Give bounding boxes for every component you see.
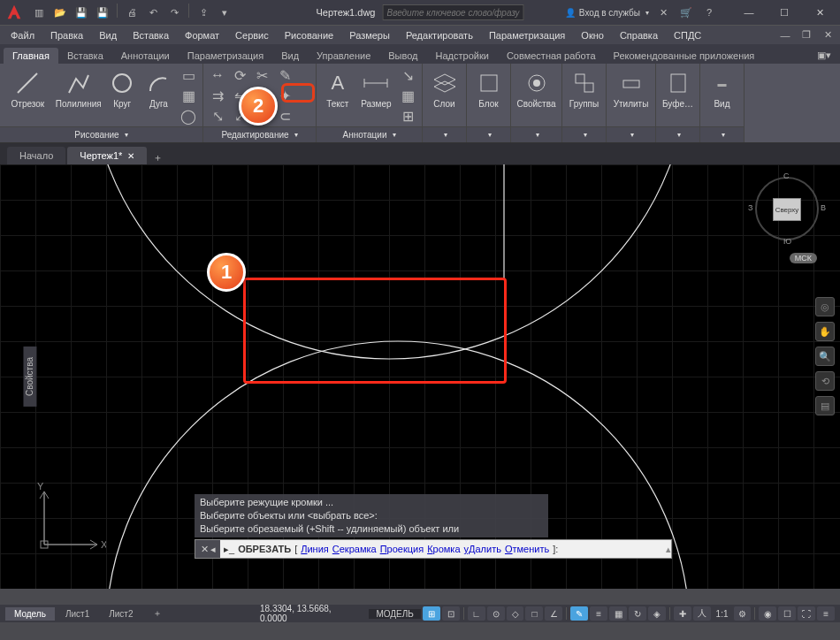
keyword-search-input[interactable]: [382, 4, 523, 20]
dyn-input-toggle[interactable]: ✎: [570, 606, 588, 621]
clean-screen[interactable]: ⛶: [798, 606, 815, 621]
trim-icon[interactable]: ✂: [251, 65, 272, 85]
nav-orbit-icon[interactable]: ⟲: [815, 371, 835, 391]
menu-draw[interactable]: Рисование: [278, 28, 340, 42]
model-space-indicator[interactable]: МОДЕЛЬ: [369, 609, 420, 619]
move-icon[interactable]: ↔: [207, 65, 228, 85]
leader-icon[interactable]: ↘: [397, 65, 418, 85]
utilities-button[interactable]: Утилиты: [610, 65, 652, 112]
close-button[interactable]: ✕: [803, 2, 836, 23]
menu-help[interactable]: Справка: [613, 28, 665, 42]
cmd-opt-erase[interactable]: уДалить: [464, 544, 501, 554]
tab-addins[interactable]: Надстройки: [427, 48, 498, 64]
menu-format[interactable]: Формат: [178, 28, 226, 42]
isolate-objects[interactable]: ☐: [778, 606, 796, 621]
stretch-icon[interactable]: ⤡: [207, 106, 228, 126]
viewcube-s[interactable]: Ю: [783, 237, 791, 246]
viewcube-n[interactable]: С: [783, 171, 790, 180]
panel-layers-label[interactable]: ▾: [423, 126, 466, 142]
cmd-opt-proj[interactable]: Проекция: [380, 544, 424, 554]
tab-drawing1[interactable]: Чертеж1*✕: [67, 147, 147, 164]
layout-add[interactable]: ＋: [144, 606, 171, 621]
menu-modify[interactable]: Редактировать: [399, 28, 480, 42]
tab-home[interactable]: Главная: [4, 48, 58, 64]
tab-start[interactable]: Начало: [7, 147, 65, 164]
tab-collab[interactable]: Совместная работа: [498, 48, 605, 64]
layout-sheet1[interactable]: Лист1: [57, 607, 98, 621]
ortho-toggle[interactable]: ∟: [468, 606, 485, 621]
saveas-icon[interactable]: 💾: [94, 4, 111, 21]
nav-wheel-icon[interactable]: ◎: [815, 297, 835, 316]
panel-block-label[interactable]: ▾: [467, 126, 510, 142]
annotation-monitor[interactable]: ✚: [674, 606, 691, 621]
cmd-caret-icon[interactable]: ▴: [666, 544, 671, 555]
menu-insert[interactable]: Вставка: [126, 28, 176, 42]
panel-annotation-label[interactable]: Аннотации▾: [317, 126, 422, 142]
login-button[interactable]: 👤 Вход в службы ▾: [565, 8, 649, 18]
layout-model[interactable]: Модель: [5, 607, 55, 621]
annotation-scale[interactable]: 人: [693, 606, 711, 621]
tab-parametric[interactable]: Параметризация: [179, 48, 272, 64]
grid-toggle[interactable]: ⊞: [423, 606, 440, 621]
tab-insert[interactable]: Вставка: [58, 48, 112, 64]
polyline-button[interactable]: Полилиния: [54, 65, 103, 112]
clipboard-button[interactable]: Буфе…: [660, 65, 696, 112]
tab-annotate[interactable]: Аннотации: [112, 48, 179, 64]
annot-more-icon[interactable]: ⊞: [397, 106, 418, 126]
panel-view-label[interactable]: ▾: [700, 126, 744, 142]
cmd-opt-undo[interactable]: Отменить: [505, 544, 549, 554]
3dosnap-toggle[interactable]: ◈: [648, 606, 666, 621]
menu-dims[interactable]: Размеры: [342, 28, 397, 42]
wcs-badge[interactable]: МСК: [790, 253, 817, 263]
cmd-handle[interactable]: ✕◂: [195, 540, 220, 558]
tab-output[interactable]: Вывод: [379, 48, 426, 64]
share-icon[interactable]: ⇪: [195, 4, 212, 21]
new-icon[interactable]: ▥: [30, 4, 48, 21]
menu-tools[interactable]: Сервис: [228, 28, 276, 42]
tab-view[interactable]: Вид: [272, 48, 308, 64]
basket-icon[interactable]: 🛒: [677, 4, 695, 21]
lineweight-toggle[interactable]: ≡: [590, 606, 607, 621]
polar-toggle[interactable]: ⊙: [487, 606, 505, 621]
viewcube-w[interactable]: З: [748, 203, 752, 212]
plot-icon[interactable]: 🖨: [123, 4, 141, 21]
otrack-toggle[interactable]: ∠: [545, 606, 562, 621]
ribbon-search-icon[interactable]: ▣▾: [815, 46, 833, 64]
transparency-toggle[interactable]: ▦: [609, 606, 627, 621]
ellipse-icon[interactable]: ◯: [178, 106, 199, 126]
viewcube-e[interactable]: В: [821, 203, 826, 212]
undo-icon[interactable]: ↶: [144, 4, 162, 21]
panel-utilities-label[interactable]: ▾: [607, 126, 655, 142]
osnap-toggle[interactable]: □: [525, 606, 543, 621]
open-icon[interactable]: 📂: [51, 4, 69, 21]
tab-featured[interactable]: Рекомендованные приложения: [605, 48, 764, 64]
menu-file[interactable]: Файл: [4, 28, 42, 42]
viewcube[interactable]: Сверху С Ю В З: [752, 173, 822, 244]
rectangle-icon[interactable]: ▭: [178, 65, 199, 85]
mdi-minimize-icon[interactable]: —: [776, 27, 794, 44]
redo-icon[interactable]: ↷: [165, 4, 183, 21]
circle-button[interactable]: Круг: [105, 65, 140, 112]
properties-palette-tab[interactable]: Свойства: [23, 347, 36, 407]
panel-properties-label[interactable]: ▾: [511, 126, 561, 142]
cmd-opt-edge[interactable]: Кромка: [427, 544, 460, 554]
save-icon[interactable]: 💾: [73, 4, 90, 21]
erase-icon[interactable]: ✎: [274, 65, 295, 85]
close-icon[interactable]: ✕: [127, 151, 134, 161]
mdi-restore-icon[interactable]: ❐: [798, 27, 815, 44]
workspace-switch[interactable]: ⚙: [734, 606, 752, 621]
menu-edit[interactable]: Правка: [43, 28, 90, 42]
nav-showmotion-icon[interactable]: ▤: [815, 396, 835, 415]
dim-button[interactable]: Размер: [357, 65, 395, 112]
cmd-opt-fence[interactable]: Секрамка: [332, 544, 377, 554]
menu-spds[interactable]: СПДС: [667, 28, 708, 42]
properties-button[interactable]: Свойства: [515, 65, 558, 112]
close-icon[interactable]: ✕: [201, 544, 209, 555]
isoplane-toggle[interactable]: ◇: [507, 606, 524, 621]
viewcube-top[interactable]: Сверху: [773, 198, 801, 221]
tab-manage[interactable]: Управление: [308, 48, 379, 64]
block-button[interactable]: Блок: [470, 65, 507, 112]
snap-toggle[interactable]: ⊡: [442, 606, 460, 621]
command-line[interactable]: ✕◂ ▸_ ОБРЕЗАТЬ [ Линия Секрамка Проекция…: [195, 539, 672, 559]
add-tab-button[interactable]: ＋: [149, 151, 166, 164]
